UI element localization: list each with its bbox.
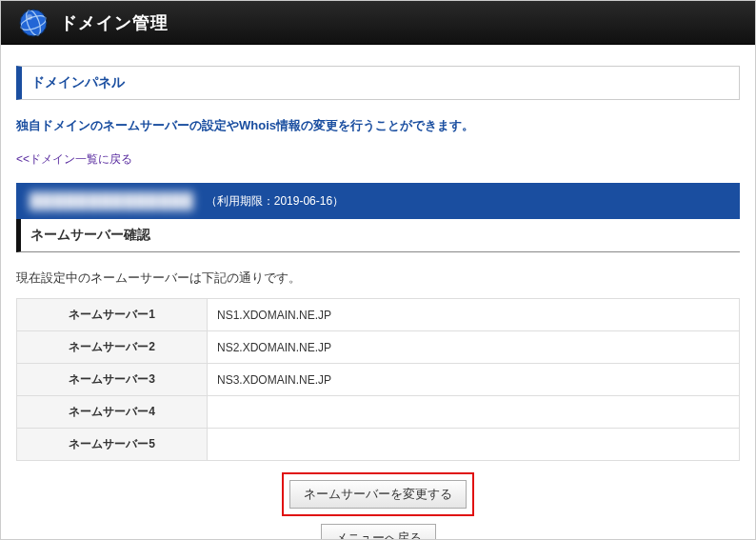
- change-nameserver-button[interactable]: ネームサーバーを変更する: [289, 480, 467, 509]
- domain-name-hidden: ██████████████: [30, 192, 194, 210]
- table-row: ネームサーバー3 NS3.XDOMAIN.NE.JP: [17, 364, 740, 396]
- back-to-menu-button[interactable]: メニューへ戻る: [321, 524, 436, 540]
- table-row: ネームサーバー2 NS2.XDOMAIN.NE.JP: [17, 331, 740, 364]
- ns-value: [208, 429, 740, 461]
- page-title: ドメイン管理: [60, 11, 169, 34]
- panel-description: 独自ドメインのネームサーバーの設定やWhois情報の変更を行うことができます。: [16, 117, 740, 134]
- highlight-box: ネームサーバーを変更する: [282, 472, 474, 516]
- content: ドメインパネル 独自ドメインのネームサーバーの設定やWhois情報の変更を行うこ…: [1, 45, 755, 540]
- panel-title: ドメインパネル: [16, 66, 740, 100]
- table-row: ネームサーバー4: [17, 396, 740, 429]
- ns-value: [208, 396, 740, 429]
- ns-value: NS1.XDOMAIN.NE.JP: [208, 299, 740, 331]
- ns-label: ネームサーバー2: [17, 331, 208, 364]
- ns-label: ネームサーバー1: [17, 299, 208, 331]
- table-row: ネームサーバー1 NS1.XDOMAIN.NE.JP: [17, 299, 740, 331]
- back-to-domain-list-link[interactable]: <<ドメイン一覧に戻る: [16, 151, 132, 168]
- section-note: 現在設定中のネームーサーバーは下記の通りです。: [16, 270, 740, 287]
- domain-banner: ██████████████ （利用期限：2019-06-16）: [16, 183, 740, 219]
- ns-label: ネームサーバー3: [17, 364, 208, 396]
- globe-icon: [18, 8, 49, 38]
- svg-point-4: [27, 14, 32, 20]
- nameserver-table: ネームサーバー1 NS1.XDOMAIN.NE.JP ネームサーバー2 NS2.…: [16, 298, 740, 461]
- domain-expiry: （利用期限：2019-06-16）: [206, 193, 344, 210]
- ns-value: NS3.XDOMAIN.NE.JP: [208, 364, 740, 396]
- table-row: ネームサーバー5: [17, 429, 740, 461]
- ns-label: ネームサーバー4: [17, 396, 208, 429]
- top-header: ドメイン管理: [1, 1, 755, 45]
- ns-label: ネームサーバー5: [17, 429, 208, 461]
- section-title: ネームサーバー確認: [16, 219, 740, 252]
- ns-value: NS2.XDOMAIN.NE.JP: [208, 331, 740, 364]
